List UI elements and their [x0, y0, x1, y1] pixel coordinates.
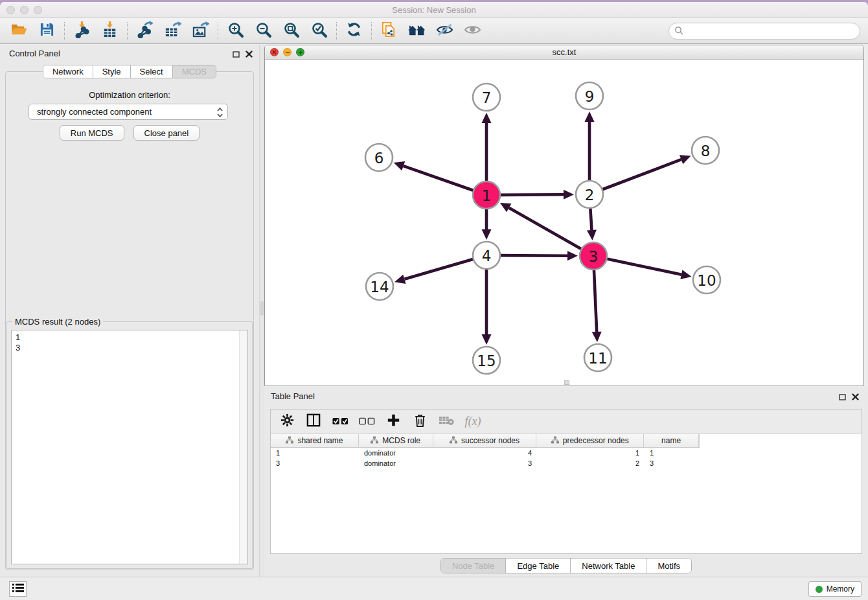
- tab-node-table[interactable]: Node Table: [441, 559, 507, 573]
- table-cell[interactable]: 4: [433, 448, 537, 458]
- table-cell[interactable]: 1: [645, 448, 700, 458]
- main-toolbar: [0, 18, 868, 44]
- split-panel-button[interactable]: [305, 413, 322, 430]
- column-header-shared-name[interactable]: shared name: [271, 434, 359, 447]
- export-table-button[interactable]: [159, 20, 187, 42]
- minimize-window-icon[interactable]: [20, 6, 29, 14]
- refresh-layout-button[interactable]: [340, 20, 368, 42]
- mcds-result-textarea[interactable]: 1 3: [11, 330, 248, 564]
- edge-arrowhead: [482, 334, 492, 345]
- graph-edge-4-3[interactable]: [499, 255, 567, 256]
- close-window-icon[interactable]: [6, 6, 15, 14]
- table-cell[interactable]: 2: [537, 458, 645, 468]
- table-cell[interactable]: 1: [537, 448, 645, 458]
- result-scrollbar[interactable]: [239, 330, 247, 564]
- run-mcds-button[interactable]: Run MCDS: [60, 125, 124, 141]
- status-bar: Memory: [0, 577, 868, 600]
- tab-style[interactable]: Style: [93, 65, 131, 78]
- float-panel-icon[interactable]: [233, 49, 240, 60]
- delete-table-button[interactable]: [438, 413, 455, 430]
- graph-edge-4-14[interactable]: [404, 259, 474, 279]
- zoom-selected-button[interactable]: [305, 20, 333, 42]
- criterion-dropdown[interactable]: strongly connected component: [29, 104, 228, 120]
- close-network-icon[interactable]: [270, 48, 279, 56]
- save-session-button[interactable]: [33, 20, 61, 42]
- select-all-button[interactable]: [332, 413, 348, 430]
- tab-edge-table[interactable]: Edge Table: [506, 559, 571, 573]
- trash-icon: [414, 413, 426, 430]
- close-table-panel-icon[interactable]: [852, 391, 859, 403]
- delete-column-button[interactable]: [411, 413, 428, 430]
- table-panel-titlebar: Table Panel: [264, 387, 868, 405]
- zoom-out-button[interactable]: [249, 20, 277, 42]
- export-image-button[interactable]: [187, 20, 214, 42]
- maximize-network-icon[interactable]: [296, 48, 304, 56]
- add-column-button[interactable]: [385, 413, 402, 430]
- graph-edge-3-1[interactable]: [509, 208, 583, 250]
- splitter-handle[interactable]: [260, 301, 264, 316]
- node-label: 14: [370, 279, 389, 295]
- table-row[interactable]: 3dominator323: [271, 458, 862, 468]
- column-header-predecessor-nodes[interactable]: predecessor nodes: [536, 434, 644, 447]
- tab-select[interactable]: Select: [131, 65, 173, 78]
- tab-network-table[interactable]: Network Table: [571, 559, 646, 573]
- network-window-titlebar[interactable]: scc.txt: [265, 45, 863, 60]
- clone-network-button[interactable]: [375, 20, 403, 42]
- network-canvas[interactable]: 7968124314101511: [265, 60, 863, 386]
- close-panel-button[interactable]: Close panel: [133, 125, 200, 141]
- maximize-window-icon[interactable]: [34, 6, 42, 14]
- float-table-panel-icon[interactable]: [839, 391, 846, 403]
- column-settings-button[interactable]: [279, 413, 295, 430]
- table-cell[interactable]: 3: [433, 458, 537, 468]
- table-cell[interactable]: dominator: [359, 458, 433, 468]
- table-cell[interactable]: 3: [645, 458, 700, 468]
- import-table-button[interactable]: [96, 20, 124, 42]
- edge-arrowhead: [587, 230, 597, 240]
- memory-button[interactable]: Memory: [808, 581, 862, 597]
- minimize-network-icon[interactable]: [283, 48, 291, 56]
- table-cell[interactable]: 1: [271, 448, 359, 458]
- window-title: Session: New Session: [0, 2, 868, 18]
- open-session-button[interactable]: [5, 20, 33, 42]
- hide-selected-button[interactable]: [431, 20, 459, 42]
- import-network-button[interactable]: [68, 20, 96, 42]
- edge-arrowhead: [394, 161, 405, 170]
- edge-arrowhead: [564, 190, 574, 200]
- edge-arrowhead: [592, 332, 602, 342]
- tab-network[interactable]: Network: [43, 65, 93, 78]
- floppy-disk-icon: [40, 22, 54, 40]
- deselect-all-button[interactable]: [358, 413, 375, 430]
- task-history-button[interactable]: [9, 581, 27, 597]
- table-row[interactable]: 1dominator411: [271, 448, 862, 458]
- network-view-window: scc.txt 7968124314101511: [264, 45, 864, 386]
- reset-view-button[interactable]: [403, 20, 431, 42]
- table-cell[interactable]: 3: [271, 458, 359, 468]
- search-input[interactable]: [668, 23, 860, 40]
- zoom-in-button[interactable]: [222, 20, 249, 42]
- panel-splitter[interactable]: [259, 45, 264, 577]
- network-graph[interactable]: 7968124314101511: [265, 60, 863, 386]
- column-header-MCDS-role[interactable]: MCDS role: [359, 434, 433, 447]
- graph-edge-3-11[interactable]: [594, 268, 597, 332]
- graph-edge-2-3[interactable]: [590, 207, 591, 230]
- app-window: Session: New Session: [0, 2, 868, 600]
- node-label: 2: [585, 187, 595, 203]
- graph-edge-3-10[interactable]: [606, 259, 681, 275]
- table-cell[interactable]: dominator: [359, 448, 433, 458]
- column-header-name[interactable]: name: [644, 434, 699, 447]
- function-builder-button[interactable]: f(x): [464, 413, 481, 430]
- canvas-resize-grip[interactable]: [564, 380, 569, 385]
- tab-motifs[interactable]: Motifs: [646, 559, 691, 573]
- tab-mcds[interactable]: MCDS: [173, 65, 216, 78]
- graph-edge-1-2[interactable]: [499, 194, 564, 195]
- export-network-button[interactable]: [131, 20, 159, 42]
- sort-hierarchy-icon: [450, 436, 457, 446]
- column-header-successor-nodes[interactable]: successor nodes: [433, 434, 537, 447]
- show-all-button[interactable]: [459, 20, 486, 42]
- close-panel-icon[interactable]: [246, 49, 253, 60]
- optimization-criterion-label: Optimization criterion:: [0, 90, 259, 100]
- edge-arrowhead: [585, 111, 595, 122]
- zoom-fit-button[interactable]: [277, 20, 305, 42]
- graph-edge-2-8[interactable]: [601, 159, 681, 190]
- graph-edge-1-6[interactable]: [404, 166, 475, 191]
